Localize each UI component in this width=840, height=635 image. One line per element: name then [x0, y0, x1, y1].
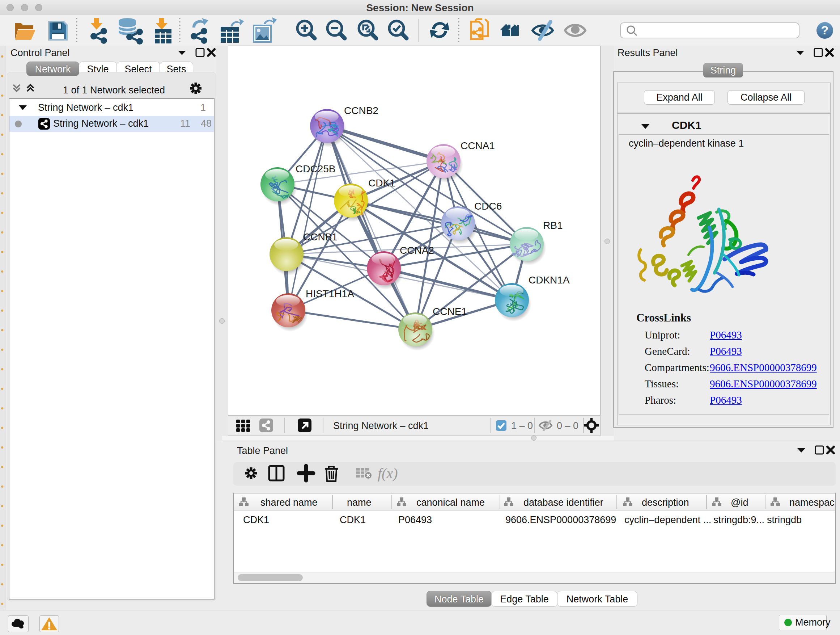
svg-text:1 – 0: 1 – 0 [511, 420, 533, 431]
svg-text:0 – 0: 0 – 0 [557, 420, 578, 431]
svg-text:name: name [347, 497, 371, 508]
svg-text:database identifier: database identifier [523, 497, 603, 508]
svg-text:CCNB2: CCNB2 [344, 105, 378, 116]
svg-text:f(x): f(x) [378, 465, 398, 481]
svg-text:CCNB1: CCNB1 [303, 231, 338, 242]
svg-text:CDK1: CDK1 [368, 177, 395, 188]
svg-text:CCNE1: CCNE1 [433, 306, 467, 317]
svg-text:shared name: shared name [261, 497, 317, 508]
svg-text:String Network – cdk1: String Network – cdk1 [333, 420, 429, 431]
svg-text:namespac: namespac [789, 497, 835, 508]
svg-text:CCNA1: CCNA1 [461, 140, 495, 151]
svg-text:RB1: RB1 [543, 220, 562, 231]
svg-text:CDC6: CDC6 [474, 201, 502, 212]
svg-text:description: description [642, 497, 689, 508]
svg-text:@id: @id [731, 497, 748, 508]
svg-text:?: ? [821, 23, 829, 37]
svg-text:canonical name: canonical name [416, 497, 485, 508]
svg-text:HIST1H1A: HIST1H1A [306, 288, 354, 299]
svg-text:CDC25B: CDC25B [295, 163, 335, 174]
svg-text:CDKN1A: CDKN1A [529, 274, 570, 286]
svg-text:CCNA2: CCNA2 [400, 245, 434, 256]
